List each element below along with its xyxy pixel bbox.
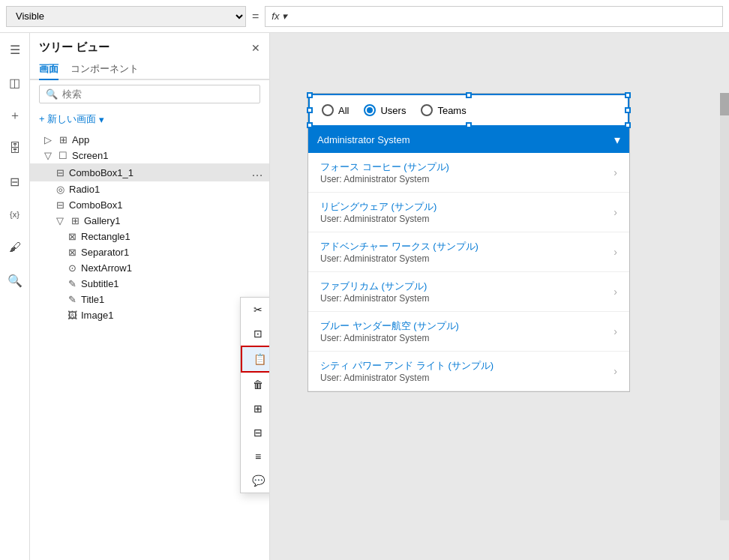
component-icon[interactable]: ⊟ [4, 171, 26, 192]
data-icon[interactable]: 🗄 [4, 138, 26, 159]
reorder-icon: ⊟ [251, 427, 265, 439]
gallery-item-0[interactable]: フォース コーヒー (サンプル) User: Administrator Sys… [308, 153, 629, 193]
tree-item-label: Screen1 [72, 150, 108, 161]
close-button[interactable]: ✕ [251, 42, 260, 54]
context-item-group[interactable]: ⊞ グループ [241, 397, 269, 421]
tree-item-subtitle1[interactable]: ✎ Subtitle1 [30, 276, 269, 292]
chevron-down-icon: ▾ [99, 114, 104, 125]
tree-item-combobox1-1[interactable]: ⊟ ComboBox1_1 … [30, 163, 269, 181]
property-select[interactable]: Visible [6, 6, 246, 27]
layers-icon[interactable]: ◫ [4, 72, 26, 93]
handle-bl [307, 122, 313, 128]
radio-group: All Users Teams [308, 94, 629, 127]
tree-item-combobox1[interactable]: ⊟ ComboBox1 [30, 197, 269, 213]
gallery-item-3[interactable]: ファブリカム (サンプル) User: Administrator System… [308, 272, 629, 312]
tree-item-app[interactable]: ▷ ⊞ App [30, 132, 269, 148]
radio-option-users[interactable]: Users [364, 104, 406, 116]
formula-bar[interactable]: fx ▾ [265, 6, 723, 27]
tab-screen[interactable]: 画面 [39, 59, 58, 80]
item-title-1: リビングウェア (サンプル) [320, 200, 614, 214]
image-icon: 🖼 [66, 310, 78, 321]
chevron-right-icon-0: › [614, 166, 617, 178]
tree-item-label: Title1 [81, 294, 104, 305]
chevron-right-icon-2: › [614, 246, 617, 258]
gallery-item-1[interactable]: リビングウェア (サンプル) User: Administrator Syste… [308, 193, 629, 232]
radio-label-teams: Teams [437, 105, 466, 116]
arrow-icon: ⊙ [66, 262, 78, 274]
item-sub-1: User: Administrator System [320, 214, 614, 224]
handle-bc [466, 122, 472, 128]
item-sub-2: User: Administrator System [320, 253, 614, 264]
icon-bar: ☰ ◫ ＋ 🗄 ⊟ {x} 🖌 🔍 [0, 33, 30, 560]
context-item-comment[interactable]: 💬 新しいコメント [241, 469, 269, 493]
radio-icon: ◎ [54, 184, 66, 195]
item-content-3: ファブリカム (サンプル) User: Administrator System [320, 280, 614, 304]
context-item-copy[interactable]: ⊡ コピー [241, 322, 269, 346]
separator-icon: ⊠ [66, 247, 78, 258]
tree-header: ツリー ビュー ✕ [30, 33, 269, 59]
tree-panel: ツリー ビュー ✕ 画面 コンポーネント 🔍 + 新しい画面 ▾ ▷ ⊞ App [30, 33, 270, 560]
tree-tabs: 画面 コンポーネント [30, 59, 269, 80]
tree-item-gallery1[interactable]: ▽ ⊞ Gallery1 [30, 213, 269, 229]
dropdown-chevron-icon: ▾ [614, 133, 620, 147]
copy-icon: ⊡ [251, 328, 265, 340]
radio-circle-users [364, 104, 376, 116]
radio-label-users: Users [380, 105, 406, 116]
combobox-icon: ⊟ [54, 199, 66, 211]
canvas-scrollbar[interactable] [720, 93, 729, 520]
tree-item-radio1[interactable]: ◎ Radio1 [30, 181, 269, 197]
radio-option-all[interactable]: All [322, 104, 349, 116]
tree-item-nextarrow1[interactable]: ⊙ NextArrow1 [30, 260, 269, 276]
scrollbar-thumb[interactable] [720, 93, 729, 115]
cut-icon: ✂ [251, 304, 265, 316]
context-item-paste[interactable]: 📋 貼り付け [241, 346, 269, 373]
search-box: 🔍 [39, 85, 260, 103]
dropdown-value: Administrator System [317, 134, 410, 145]
item-sub-4: User: Administrator System [320, 333, 614, 343]
more-options-icon[interactable]: … [251, 166, 263, 179]
tree-item-separator1[interactable]: ⊠ Separator1 [30, 244, 269, 260]
context-menu: ✂ 切り取り ⊡ コピー 📋 貼り付け 🗑 削除 ⊞ グループ [240, 297, 269, 493]
tab-component[interactable]: コンポーネント [70, 59, 139, 80]
new-screen-button[interactable]: + 新しい画面 ▾ [30, 109, 269, 132]
search-icon[interactable]: 🔍 [4, 270, 26, 291]
tree-item-title1[interactable]: ✎ Title1 [30, 292, 269, 307]
context-item-align[interactable]: ≡ 配置 ▶ [241, 445, 269, 469]
variable-icon[interactable]: {x} [4, 204, 26, 225]
dropdown-bar[interactable]: Administrator System ▾ [308, 127, 629, 153]
gallery-item-5[interactable]: シティ パワー アンド ライト (サンプル) User: Administrat… [308, 352, 629, 391]
screen-icon: ☐ [57, 150, 69, 161]
gallery-item-4[interactable]: ブルー ヤンダー航空 (サンプル) User: Administrator Sy… [308, 312, 629, 352]
radio-option-teams[interactable]: Teams [421, 104, 466, 116]
expand-icon: ▷ [42, 134, 54, 145]
tree-item-rectangle1[interactable]: ⊠ Rectangle1 [30, 229, 269, 244]
paint-icon[interactable]: 🖌 [4, 237, 26, 258]
tree-content: ▷ ⊞ App ▽ ☐ Screen1 ⊟ ComboBox1_1 … ◎ [30, 132, 269, 560]
radio-group-container: All Users Teams [308, 94, 629, 127]
context-item-cut[interactable]: ✂ 切り取り [241, 298, 269, 322]
handle-ml [307, 107, 313, 113]
tree-item-label: Radio1 [69, 184, 100, 195]
context-item-reorder[interactable]: ⊟ 再配列 ▶ [241, 421, 269, 445]
item-title-3: ファブリカム (サンプル) [320, 280, 614, 293]
text-icon: ✎ [66, 294, 78, 305]
align-icon: ≡ [251, 451, 265, 463]
item-content-2: アドベンチャー ワークス (サンプル) User: Administrator … [320, 240, 614, 264]
handle-tr [625, 92, 631, 98]
search-input[interactable] [62, 88, 254, 100]
hamburger-icon[interactable]: ☰ [4, 39, 26, 60]
search-icon-small: 🔍 [46, 88, 58, 100]
chevron-right-icon-4: › [614, 325, 617, 337]
text-icon: ✎ [66, 278, 78, 289]
plus-icon[interactable]: ＋ [4, 105, 26, 126]
rect-icon: ⊠ [66, 231, 78, 242]
chevron-right-icon-5: › [614, 365, 617, 377]
tree-item-label: App [72, 134, 89, 145]
item-title-5: シティ パワー アンド ライト (サンプル) [320, 359, 614, 373]
gallery-item-2[interactable]: アドベンチャー ワークス (サンプル) User: Administrator … [308, 232, 629, 272]
context-item-delete[interactable]: 🗑 削除 [241, 373, 269, 397]
tree-item-image1[interactable]: 🖼 Image1 [30, 307, 269, 323]
tree-item-screen1[interactable]: ▽ ☐ Screen1 [30, 148, 269, 163]
main-layout: ☰ ◫ ＋ 🗄 ⊟ {x} 🖌 🔍 ツリー ビュー ✕ 画面 コンポーネント 🔍… [0, 33, 729, 560]
item-sub-5: User: Administrator System [320, 373, 614, 383]
